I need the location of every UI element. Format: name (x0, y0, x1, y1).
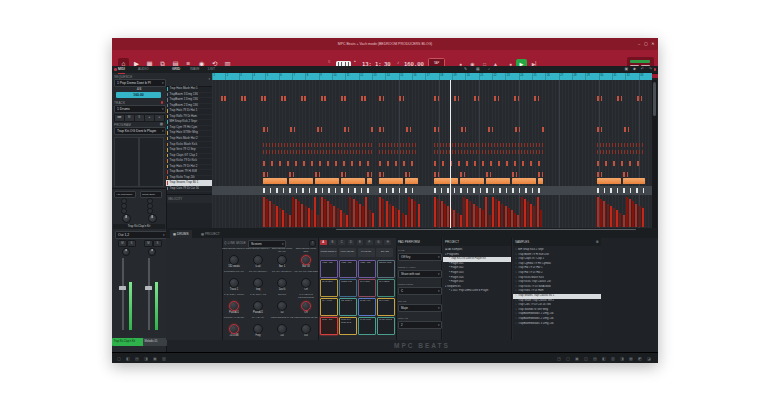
status-icon[interactable]: ◪ (646, 356, 652, 361)
midi-note[interactable] (498, 96, 500, 101)
midi-note[interactable] (400, 150, 401, 154)
midi-note[interactable] (458, 143, 459, 147)
velocity-bar[interactable] (514, 213, 516, 227)
midi-note[interactable] (367, 188, 369, 193)
midi-note[interactable] (293, 172, 295, 177)
insert-slot[interactable]: Comp Opto (140, 191, 162, 198)
midi-note[interactable] (338, 150, 339, 154)
midi-note[interactable] (458, 161, 460, 166)
pan-knob[interactable] (122, 248, 130, 256)
midi-note[interactable] (341, 96, 343, 101)
velocity-bar[interactable] (476, 206, 478, 227)
midi-note[interactable] (494, 150, 495, 154)
midi-note-long[interactable] (367, 178, 372, 184)
drum-pad-03[interactable]: 79 Di Low (358, 317, 376, 335)
midi-note-long[interactable] (341, 178, 365, 184)
velocity-bar[interactable] (263, 197, 265, 227)
qlink-knob[interactable] (301, 324, 311, 334)
sample-item[interactable]: ∿TrapBoomMelodic 3 Dmg 136 (513, 322, 601, 327)
midi-note[interactable] (317, 143, 318, 147)
midi-note[interactable] (383, 96, 385, 101)
midi-note[interactable] (382, 150, 383, 154)
status-icon[interactable]: ▤ (134, 356, 140, 361)
midi-note[interactable] (224, 96, 226, 101)
midi-note[interactable] (636, 188, 638, 193)
midi-note[interactable] (356, 150, 357, 154)
midi-note[interactable] (434, 172, 436, 177)
midi-note[interactable] (308, 150, 309, 154)
midi-note[interactable] (362, 143, 363, 147)
midi-note[interactable] (314, 150, 315, 154)
midi-note[interactable] (335, 143, 336, 147)
midi-note-long[interactable] (289, 178, 313, 184)
velocity-bar[interactable] (505, 206, 507, 227)
midi-note[interactable] (461, 150, 462, 154)
midi-note[interactable] (498, 161, 500, 166)
midi-note[interactable] (509, 143, 510, 147)
midi-note[interactable] (641, 96, 643, 101)
velocity-bar[interactable] (330, 204, 332, 227)
track-solo-button[interactable]: S (134, 114, 145, 122)
pad-bank-h[interactable]: H (384, 240, 391, 245)
midi-note[interactable] (538, 96, 540, 101)
midi-note[interactable] (344, 127, 346, 132)
track-keyboard-button[interactable]: ⌨ (114, 114, 125, 122)
midi-note[interactable] (438, 96, 440, 101)
track-select[interactable]: 1 Drums▾ (114, 105, 166, 113)
velocity-bar[interactable] (398, 210, 400, 227)
undo-icon[interactable]: ↶ (641, 66, 644, 73)
midi-note[interactable] (266, 143, 267, 147)
midi-note[interactable] (266, 150, 267, 154)
midi-note[interactable] (460, 188, 462, 193)
midi-note[interactable] (615, 143, 616, 147)
midi-note[interactable] (492, 127, 494, 132)
velocity-bar[interactable] (537, 197, 539, 227)
track-record-dot[interactable] (161, 101, 164, 104)
midi-note[interactable] (411, 161, 413, 166)
midi-note[interactable] (636, 150, 637, 154)
tab-wave[interactable]: WAVE (188, 66, 201, 73)
midi-note[interactable] (415, 143, 416, 147)
velocity-bar[interactable] (524, 199, 526, 227)
midi-note[interactable] (491, 143, 492, 147)
midi-note[interactable] (624, 143, 625, 147)
midi-note[interactable] (515, 143, 516, 147)
midi-note[interactable] (597, 96, 599, 101)
qlink-knob[interactable] (253, 278, 263, 288)
pad-control-16-level[interactable]: 16 LEVEL (358, 248, 375, 257)
midi-note[interactable] (284, 143, 285, 147)
midi-note[interactable] (514, 161, 516, 166)
midi-note[interactable] (437, 143, 438, 147)
bpm-button[interactable]: 160.00 (116, 92, 161, 98)
midi-note[interactable] (440, 150, 441, 154)
velocity-bar[interactable] (540, 210, 542, 227)
midi-note[interactable] (279, 161, 281, 166)
velocity-bar[interactable] (498, 201, 500, 227)
velocity-bar[interactable] (530, 204, 532, 227)
midi-note[interactable] (525, 188, 527, 193)
midi-note[interactable] (446, 150, 447, 154)
midi-note[interactable] (397, 150, 398, 154)
midi-note[interactable] (627, 143, 628, 147)
minimize-button[interactable]: – (636, 41, 642, 47)
midi-note[interactable] (269, 143, 270, 147)
midi-note[interactable] (345, 172, 347, 177)
midi-note[interactable] (412, 188, 414, 193)
midi-note[interactable] (440, 143, 441, 147)
velocity-bar[interactable] (626, 197, 628, 227)
midi-note[interactable] (296, 188, 298, 193)
qlink-knob[interactable] (277, 255, 287, 265)
midi-note[interactable] (304, 96, 306, 101)
pad-bank-b[interactable]: B (329, 240, 336, 245)
status-icon[interactable]: ◨ (619, 356, 625, 361)
midi-note[interactable] (329, 150, 330, 154)
midi-note[interactable] (460, 172, 462, 177)
midi-note[interactable] (512, 143, 513, 147)
track-row[interactable]: Trap Cuts 79 Di Cut 16 (166, 186, 212, 193)
midi-note[interactable] (309, 188, 311, 193)
midi-note[interactable] (364, 96, 366, 101)
midi-note[interactable] (388, 150, 389, 154)
midi-note[interactable] (289, 188, 291, 193)
midi-note[interactable] (387, 161, 389, 166)
midi-note[interactable] (287, 143, 288, 147)
